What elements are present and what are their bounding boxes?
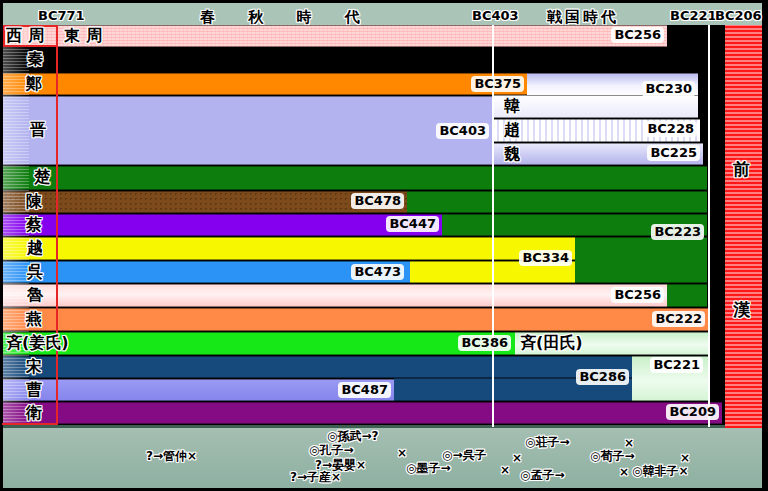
bar-chu [667,284,707,307]
annotation-7: × [500,464,510,476]
bar-chen [3,191,407,213]
end-label-jin: BC403 [436,123,489,139]
end-label-yue: BC334 [519,250,572,266]
annotation-15: × [680,452,690,464]
bar-song [3,356,632,378]
end-label-chu: BC223 [651,224,704,240]
annotation-14: ◎荀子→ [590,450,635,462]
annotation-5: ?→子産× [290,471,341,483]
end-label-wey: BC209 [666,404,719,420]
bar-cao [3,379,394,401]
state-label-song: 宋 [26,359,42,375]
end-label-cao: BC487 [338,382,391,398]
state-label-chen: 陳 [26,194,42,210]
bar-qin [3,48,711,72]
end-label-yan: BC222 [652,311,705,327]
state-label-yue: 越 [27,240,43,256]
state-label-lu: 魯 [27,287,43,303]
end-label-lu: BC256 [611,287,664,303]
bar-chu [407,191,707,213]
bar-wu [3,261,410,283]
guide-line-BC221 [708,25,710,427]
state-label-zhou: 東周 [64,28,108,44]
red-bottom-segment [2,423,58,425]
state-label-yan: 燕 [26,311,42,327]
timeline-chart: BC771 春 秋 時 代 BC403 戦国時代 BC221 BC206 前 漢… [0,0,768,491]
bar-han [493,95,698,118]
end-label-cai: BC447 [386,216,439,232]
axis-marker-bc403: BC403 [472,8,519,23]
bar-lu [3,284,667,307]
era-header: BC771 春 秋 時 代 BC403 戦国時代 BC221 BC206 [3,3,762,25]
guide-line-BC771 [56,25,58,425]
annotation-2: ◎孔子→ [309,444,354,456]
philosopher-annotations [3,428,762,488]
bar-yue [3,237,575,260]
state-label-qi-tian: 斉(田氏) [520,335,583,351]
state-label-zhou: 西周 [6,28,50,44]
state-label-zheng: 鄭 [26,76,42,92]
annotation-10: ◎荘子→ [525,436,570,448]
han-column-char-bottom: 漢 [733,298,750,321]
bar-qi-jiang [3,332,515,355]
end-label-wu: BC473 [351,264,404,280]
annotation-6: ◎墨子→ [406,462,451,474]
end-label-zheng: BC375 [471,76,524,92]
annotation-0: ?→管仲× [146,450,197,462]
state-label-wu: 呉 [27,264,43,280]
bar-wey [3,402,722,424]
state-label-wei: 魏 [504,146,520,162]
end-label-han-upper: BC230 [642,81,695,97]
annotation-13: × [619,466,629,478]
axis-marker-bc206: BC206 [715,8,762,23]
end-label-zhou: BC256 [611,27,664,43]
annotation-8: ◎→呉子 [442,449,487,461]
axis-marker-bc771: BC771 [38,8,85,23]
annotation-12: ◎孟子→ [520,469,565,481]
state-label-jin: 晋 [30,122,46,138]
state-label-cai: 蔡 [26,217,42,233]
state-label-cao: 曹 [26,382,42,398]
end-label-zhao: BC228 [644,121,697,137]
bar-cai [3,214,442,236]
bar-jin [3,96,493,165]
bar-yan [3,308,708,331]
axis-marker-bc221: BC221 [670,8,717,23]
former-han-column: 前 漢 [725,25,762,428]
end-label-chen: BC478 [351,193,404,209]
bar-chu [575,237,707,283]
end-label-qi-tian: BC221 [650,357,703,373]
bar-zheng [3,73,527,95]
end-label-wei: BC225 [647,145,700,161]
bar-chu [3,166,707,190]
state-label-wey: 衛 [26,405,42,421]
annotation-3: × [397,447,407,459]
annotation-9: × [512,452,522,464]
annotation-16: ◎韓非子× [632,465,689,477]
state-label-qi-jiang: 斉(姜氏) [6,335,69,351]
end-label-song: BC286 [576,369,629,385]
state-label-zhao: 趙 [504,122,520,138]
state-label-chu: 楚 [34,169,50,185]
annotation-1: ◎孫武→? [327,430,379,442]
end-label-qi-jiang: BC386 [458,335,511,351]
annotation-11: × [624,437,634,449]
state-label-han: 韓 [504,98,520,114]
state-label-qin: 秦 [27,51,43,67]
han-column-char-top: 前 [733,158,750,181]
